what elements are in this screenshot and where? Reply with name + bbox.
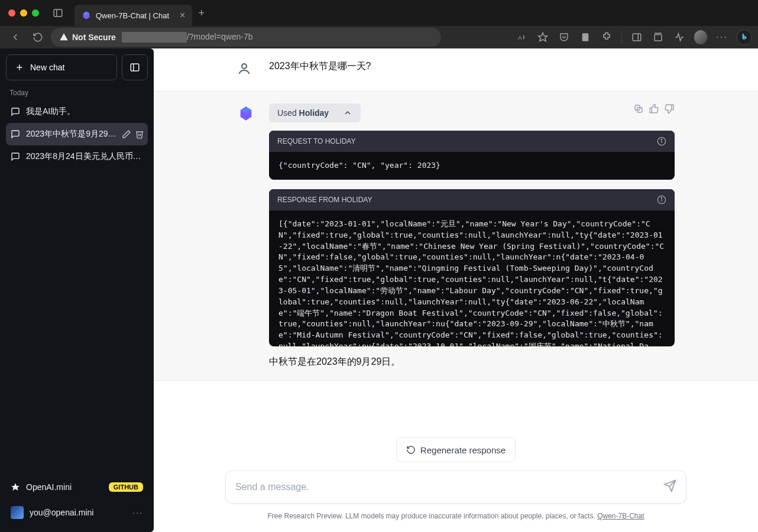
svg-point-17	[661, 139, 662, 140]
svg-text:A: A	[518, 34, 522, 41]
chat-icon	[11, 152, 20, 161]
user-avatar	[11, 506, 24, 519]
window-minimize-icon[interactable]	[20, 9, 27, 17]
more-icon[interactable]: ···	[715, 31, 728, 44]
assistant-message-row: Used Holiday REQUEST TO HOLIDAY {"countr…	[154, 91, 758, 381]
new-chat-button[interactable]: New chat	[6, 54, 117, 80]
plus-icon	[15, 63, 24, 72]
url-display: /?model=qwen-7b	[122, 32, 253, 43]
thumbs-down-icon[interactable]	[664, 103, 675, 114]
conversation-item[interactable]: 我是AI助手。	[6, 100, 148, 123]
url-redacted	[122, 32, 187, 43]
panel-icon	[129, 62, 140, 73]
sidebar-collapse-button[interactable]	[122, 54, 148, 80]
collections-icon[interactable]	[652, 31, 665, 44]
conversation-item[interactable]: 2023年8月24日美元兑人民币…	[6, 145, 148, 168]
page-icon[interactable]	[579, 31, 592, 44]
request-header: REQUEST TO HOLIDAY	[277, 137, 355, 145]
pocket-icon[interactable]	[558, 31, 571, 44]
regenerate-button[interactable]: Regenerate response	[396, 437, 516, 462]
edit-icon[interactable]	[122, 129, 131, 139]
response-body: [{"date":"2023-01-01","localName":"元旦","…	[269, 210, 675, 346]
user-avatar-icon	[237, 61, 255, 79]
composer-box[interactable]	[225, 471, 686, 504]
favorite-star-icon[interactable]	[536, 31, 549, 44]
svg-point-14	[242, 64, 247, 69]
profile-avatar[interactable]	[694, 31, 707, 44]
svg-marker-3	[539, 33, 548, 41]
send-icon	[663, 479, 676, 492]
read-aloud-icon[interactable]: A	[515, 31, 528, 44]
svg-rect-7	[655, 35, 662, 41]
conversation-item-active[interactable]: 2023年中秋节是9月29…	[6, 123, 148, 145]
info-icon[interactable]	[657, 137, 666, 146]
star-icon	[11, 482, 20, 492]
conversation-label: 2023年8月24日美元兑人民币…	[26, 151, 143, 162]
user-email: you@openai.mini	[30, 508, 93, 517]
assistant-avatar-icon	[237, 105, 255, 122]
assistant-answer-text: 中秋节是在2023年的9月29日。	[269, 356, 675, 368]
tool-use-chip[interactable]: Used Holiday	[269, 103, 361, 122]
svg-rect-0	[54, 9, 62, 17]
new-chat-label: New chat	[30, 63, 64, 72]
send-button[interactable]	[663, 479, 676, 495]
response-header: RESPONSE FROM HOLIDAY	[277, 196, 372, 204]
github-badge: GITHUB	[109, 482, 143, 492]
delete-icon[interactable]	[135, 129, 144, 139]
refresh-icon	[406, 445, 416, 455]
tab-close-icon[interactable]: ×	[180, 10, 185, 21]
browser-refresh-button[interactable]	[28, 28, 47, 47]
regenerate-label: Regenerate response	[420, 445, 506, 455]
sidebar-panel-icon[interactable]	[50, 5, 66, 21]
window-close-icon[interactable]	[8, 9, 15, 17]
address-bar[interactable]: Not Secure /?model=qwen-7b	[51, 28, 441, 47]
request-block: REQUEST TO HOLIDAY {"countryCode": "CN",…	[269, 131, 675, 180]
svg-rect-4	[582, 33, 589, 41]
chat-icon	[11, 129, 20, 139]
section-today: Today	[6, 80, 148, 100]
conversation-label: 我是AI助手。	[26, 106, 143, 117]
more-icon[interactable]: ···	[132, 508, 143, 517]
user-message-text: 2023年中秋节是哪一天?	[269, 60, 675, 79]
response-block: RESPONSE FROM HOLIDAY [{"date":"2023-01-…	[269, 189, 675, 346]
svg-rect-11	[131, 64, 139, 71]
new-tab-button[interactable]: +	[198, 7, 205, 20]
extension-icon[interactable]	[600, 31, 613, 44]
svg-point-20	[661, 197, 662, 198]
info-icon[interactable]	[657, 195, 666, 205]
warning-icon	[59, 33, 69, 42]
browser-back-button[interactable]	[6, 28, 25, 47]
sidebar: New chat Today 我是AI助手。 2023年中秋节是9月29… 20…	[0, 48, 154, 532]
browser-tab[interactable]: Qwen-7B-Chat | Chat ×	[74, 5, 192, 26]
security-status: Not Secure	[59, 33, 116, 42]
window-traffic-lights[interactable]	[8, 9, 39, 17]
performance-icon[interactable]	[673, 31, 686, 44]
thumbs-up-icon[interactable]	[649, 103, 659, 114]
user-message-row: 2023年中秋节是哪一天?	[154, 48, 758, 91]
sidebar-user-row[interactable]: you@openai.mini ···	[6, 499, 148, 526]
request-body: {"countryCode": "CN", "year": 2023}	[269, 152, 675, 180]
chat-icon	[11, 107, 20, 116]
copy-icon[interactable]	[633, 103, 644, 114]
message-input[interactable]	[235, 482, 663, 492]
svg-marker-13	[11, 483, 19, 491]
bing-icon[interactable]	[737, 30, 752, 45]
tab-favicon-icon	[82, 11, 91, 20]
window-maximize-icon[interactable]	[32, 9, 39, 17]
chevron-up-icon	[343, 108, 352, 118]
sidebar-openai-mini[interactable]: OpenAI.mini GITHUB	[6, 475, 148, 499]
footer-disclaimer: Free Research Preview. LLM models may pr…	[268, 512, 644, 520]
tab-title: Qwen-7B-Chat | Chat	[96, 11, 169, 20]
footer-link[interactable]: Qwen-7B-Chat	[597, 512, 644, 520]
svg-rect-5	[633, 34, 641, 41]
openai-mini-label: OpenAI.mini	[26, 482, 72, 492]
split-panel-icon[interactable]	[630, 31, 643, 44]
